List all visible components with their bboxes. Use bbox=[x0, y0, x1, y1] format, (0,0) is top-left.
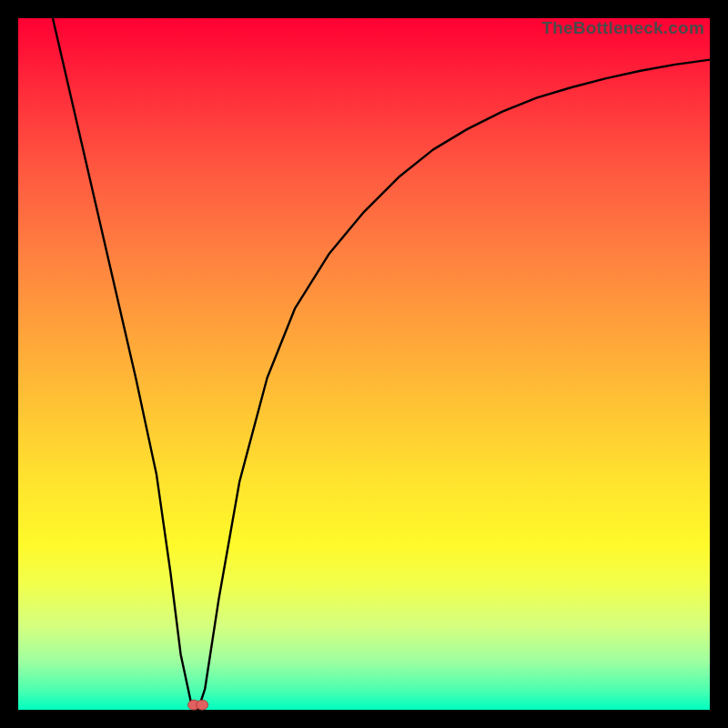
chart-frame: TheBottleneck.com bbox=[0, 0, 728, 728]
optimal-point-b bbox=[197, 700, 208, 710]
curve-layer bbox=[18, 18, 710, 710]
plot-area: TheBottleneck.com bbox=[18, 18, 710, 710]
bottleneck-curve bbox=[53, 18, 710, 710]
marker-group bbox=[188, 700, 208, 710]
